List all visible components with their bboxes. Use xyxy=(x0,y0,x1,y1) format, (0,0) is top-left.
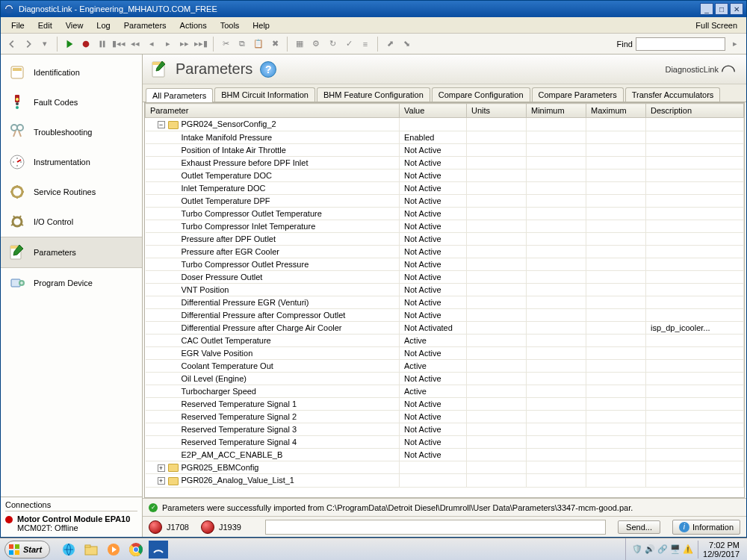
col-units[interactable]: Units xyxy=(467,104,527,118)
prev-icon[interactable]: ◂ xyxy=(145,37,158,51)
parameter-table[interactable]: Parameter Value Units Minimum Maximum De… xyxy=(144,102,745,498)
nav-item-parameters[interactable]: Parameters xyxy=(1,237,142,268)
col-maximum[interactable]: Maximum xyxy=(586,104,646,118)
pause-icon[interactable] xyxy=(96,37,109,51)
table-row[interactable]: Intake Manifold PressureEnabled xyxy=(146,131,744,143)
table-row[interactable]: Reserved Temperature Signal 2Not Active xyxy=(146,410,744,423)
tray-icons[interactable]: 🛡️ 🔊 🔗 🖥️ ⚠️ xyxy=(632,544,693,555)
dropdown-icon[interactable]: ▾ xyxy=(38,37,52,51)
col-value[interactable]: Value xyxy=(400,104,467,118)
tray-icon[interactable]: 🖥️ xyxy=(670,544,681,555)
menu-help[interactable]: Help xyxy=(247,19,276,31)
help-icon[interactable]: ? xyxy=(260,61,276,78)
table-row[interactable]: Turbo Compressor Inlet TemperatureNot Ac… xyxy=(146,220,744,232)
menu-tools[interactable]: Tools xyxy=(214,19,246,31)
taskbar-ie-icon[interactable] xyxy=(59,541,78,559)
back-icon[interactable] xyxy=(5,37,19,51)
table-row[interactable]: Exhaust Pressure before DPF InletNot Act… xyxy=(146,156,744,169)
nav-item-program-device[interactable]: Program Device xyxy=(1,268,142,298)
table-row[interactable]: Pressure after DPF OutletNot Active xyxy=(146,232,744,245)
table-row[interactable]: Differential Pressure after Compressor O… xyxy=(146,308,744,321)
table-row[interactable]: Differential Pressure after Charge Air C… xyxy=(146,321,744,334)
table-row[interactable]: Turbo Compressor Outlet TemperatureNot A… xyxy=(146,207,744,220)
table-row[interactable]: E2P_AM_ACC_ENABLE_BNot Active xyxy=(146,448,744,461)
tray-icon[interactable]: 🔗 xyxy=(657,544,668,555)
find-next-icon[interactable]: ▸ xyxy=(728,37,742,51)
send-button[interactable]: Send... xyxy=(618,520,660,534)
ffwd-icon[interactable]: ▸▸▮ xyxy=(194,37,208,51)
table-row[interactable]: Position of Intake Air ThrottleNot Activ… xyxy=(146,143,744,156)
tray-icon[interactable]: 🔊 xyxy=(645,544,655,555)
find-input[interactable] xyxy=(636,37,725,51)
nav-item-i-o-control[interactable]: I/O Control xyxy=(1,207,142,237)
table-row[interactable]: VNT PositionNot Active xyxy=(146,283,744,296)
table-row[interactable]: +PGR025_EBMConfig xyxy=(146,461,744,474)
table-row[interactable]: +PGR026_Analog_Value_List_1 xyxy=(146,474,744,488)
nav-item-identification[interactable]: Identification xyxy=(1,57,142,87)
menu-log[interactable]: Log xyxy=(90,19,116,31)
connection-item[interactable]: Motor Control Module EPA10 MCM02T: Offli… xyxy=(5,514,137,532)
table-row[interactable]: Coolant Temperature OutActive xyxy=(146,359,744,372)
table-row[interactable]: Differential Pressure EGR (Venturi)Not A… xyxy=(146,296,744,308)
next-icon[interactable]: ▸ xyxy=(161,37,175,51)
paste-icon[interactable]: 📋 xyxy=(252,37,265,51)
table-row[interactable]: Turbo Compressor Outlet PressureNot Acti… xyxy=(146,258,744,270)
rewind-icon[interactable]: ▮◂◂ xyxy=(112,37,125,51)
table-row[interactable]: −PGR024_SensorConfig_2 xyxy=(146,118,744,131)
taskbar-app-icon[interactable] xyxy=(149,541,168,559)
copy-icon[interactable]: ⧉ xyxy=(235,37,249,51)
tab-bhm-circuit-information[interactable]: BHM Circuit Information xyxy=(214,87,315,102)
col-description[interactable]: Description xyxy=(646,104,744,118)
tool7-icon[interactable]: ⬊ xyxy=(400,37,413,51)
table-row[interactable]: Inlet Temperature DOCNot Active xyxy=(146,181,744,194)
start-button[interactable]: Start xyxy=(4,541,50,559)
table-row[interactable]: Reserved Temperature Signal 4Not Active xyxy=(146,435,744,448)
taskbar-chrome-icon[interactable] xyxy=(126,541,146,559)
tool1-icon[interactable]: ▦ xyxy=(293,37,306,51)
tool6-icon[interactable]: ⬈ xyxy=(383,37,397,51)
tool2-icon[interactable]: ⚙ xyxy=(309,37,323,51)
taskbar-explorer-icon[interactable] xyxy=(81,541,101,559)
full-screen-toggle[interactable]: Full Screen xyxy=(691,19,742,31)
menu-file[interactable]: File xyxy=(5,19,31,31)
table-row[interactable]: Outlet Temperature DOCNot Active xyxy=(146,169,744,181)
tool4-icon[interactable]: ✓ xyxy=(342,37,356,51)
forward-icon[interactable] xyxy=(22,37,35,51)
table-row[interactable]: EGR Valve PositionNot Active xyxy=(146,346,744,359)
tray-icon[interactable]: 🛡️ xyxy=(632,544,642,555)
information-button[interactable]: iInformation xyxy=(672,520,740,535)
tool5-icon[interactable]: ≡ xyxy=(359,37,372,51)
step-back-icon[interactable]: ◂◂ xyxy=(128,37,142,51)
tool3-icon[interactable]: ↻ xyxy=(326,37,339,51)
collapse-icon[interactable]: − xyxy=(158,121,165,128)
tray-icon[interactable]: ⚠️ xyxy=(683,544,693,555)
nav-item-service-routines[interactable]: Service Routines xyxy=(1,177,142,207)
menu-edit[interactable]: Edit xyxy=(32,19,58,31)
close-button[interactable]: ✕ xyxy=(730,3,743,15)
menu-parameters[interactable]: Parameters xyxy=(118,19,173,31)
table-row[interactable]: Pressure after EGR CoolerNot Active xyxy=(146,245,744,258)
cut-icon[interactable]: ✂ xyxy=(219,37,232,51)
table-row[interactable]: CAC Outlet TemperatureActive xyxy=(146,334,744,346)
system-clock[interactable]: 7:02 PM 12/9/2017 xyxy=(698,541,741,559)
nav-item-fault-codes[interactable]: Fault Codes xyxy=(1,87,142,117)
tab-bhm-feature-configuration[interactable]: BHM Feature Configuration xyxy=(317,87,430,102)
table-row[interactable]: Turbocharger SpeedActive xyxy=(146,385,744,397)
nav-item-troubleshooting[interactable]: Troubleshooting xyxy=(1,117,142,147)
play-icon[interactable] xyxy=(63,37,76,51)
delete-icon[interactable]: ✖ xyxy=(268,37,282,51)
maximize-button[interactable]: □ xyxy=(715,3,728,15)
tab-compare-parameters[interactable]: Compare Parameters xyxy=(532,87,624,102)
table-row[interactable]: Doser Pressure OutletNot Active xyxy=(146,270,744,283)
col-minimum[interactable]: Minimum xyxy=(527,104,586,118)
record-icon[interactable] xyxy=(79,37,93,51)
table-row[interactable]: Oil Level (Engine)Not Active xyxy=(146,372,744,385)
expand-icon[interactable]: + xyxy=(158,477,165,485)
expand-icon[interactable]: + xyxy=(158,464,165,472)
taskbar-media-icon[interactable] xyxy=(104,541,123,559)
step-fwd-icon[interactable]: ▸▸ xyxy=(178,37,191,51)
tab-transfer-accumulators[interactable]: Transfer Accumulators xyxy=(625,87,721,102)
tab-all-parameters[interactable]: All Parameters xyxy=(146,88,213,102)
menu-actions[interactable]: Actions xyxy=(174,19,213,31)
tab-compare-configuration[interactable]: Compare Configuration xyxy=(432,87,530,102)
